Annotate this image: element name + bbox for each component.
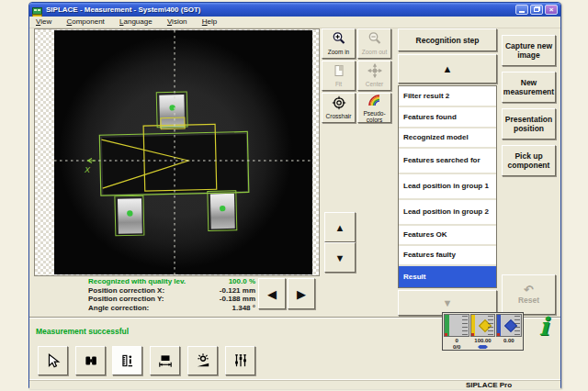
step-item-recognized-model[interactable]: Recognized model [399,128,496,149]
app-icon [32,5,42,15]
angle-row: Angle correction:1.348 ° [88,304,255,313]
correction-x-row: Position correction X:-0.121 mm [88,286,255,296]
fit-page-icon [332,63,346,82]
menu-view[interactable]: View [29,17,58,28]
window-title: SIPLACE - Measurement - System\400 (SOT) [46,6,201,14]
gauge-offset [496,314,522,337]
restore-button[interactable] [530,5,543,15]
menu-help[interactable]: Help [196,17,223,28]
pick-up-component-button[interactable]: Pick up component [502,145,556,176]
gauge-subvalues: 0/0 [444,344,522,351]
crosshair-target-icon [332,95,346,114]
measurement-results: Recognized with quality lev.100.0 % Posi… [88,277,255,312]
illumination-icon [195,352,211,369]
pseudo-colors-label: Pseudo-colors [358,111,390,123]
down-triangle-icon: ▼ [335,252,345,263]
crosshair-label: Crosshair [326,114,352,120]
correction-y-row: Position correction Y:-0.188 mm [88,295,255,304]
step-down-button[interactable]: ▼ [324,242,356,273]
next-result-button[interactable]: ▶ [288,278,315,309]
window-controls: × [515,5,558,15]
statusbar: SIPLACE Pro [29,379,560,389]
blue-bar [497,315,501,336]
restore-icon [534,7,539,12]
gauge-count [444,314,469,337]
app-window: SIPLACE - Measurement - System\400 (SOT)… [28,2,561,388]
pseudo-colors-button[interactable]: Pseudo-colors [357,93,391,123]
camera-image[interactable]: X [54,30,312,274]
component-width-tool-button[interactable] [150,346,180,375]
fit-button[interactable]: Fit [322,61,356,91]
menu-language[interactable]: Language [113,17,159,28]
step-list-up-button[interactable]: ▲ [398,54,497,84]
minimize-icon [519,11,525,13]
step-item-features-searched[interactable]: Features searched for [399,149,496,174]
zoom-out-icon [368,31,382,50]
recognition-step-header: Recognition step [398,28,497,51]
yellow-bar [471,315,475,336]
menu-vision[interactable]: Vision [161,17,194,28]
pointer-icon [45,352,62,369]
gauge-values: 0100.000.00 [444,337,522,344]
left-triangle-icon: ◀ [267,287,277,301]
titlebar[interactable]: SIPLACE - Measurement - System\400 (SOT)… [29,3,560,17]
capture-new-image-button[interactable]: Capture new image [502,35,556,66]
new-measurement-button[interactable]: New measurement [502,72,556,103]
crosshair-button[interactable]: Crosshair [322,93,356,123]
up-triangle-icon: ▲ [335,222,345,233]
center-arrows-icon [368,63,382,82]
down-triangle-icon: ▼ [443,297,453,308]
pointer-tool-button[interactable] [38,346,68,375]
close-button[interactable]: × [545,5,558,15]
illumination-tool-button[interactable] [187,346,218,375]
previous-result-button[interactable]: ◀ [258,278,286,309]
gauge-ticks [514,316,520,336]
info-icon[interactable]: i [532,312,556,349]
zoom-out-button[interactable]: Zoom out [357,28,391,59]
step-up-button[interactable]: ▲ [324,212,356,242]
step-item-result[interactable]: Result [399,266,496,287]
measure-info-icon [119,352,136,369]
step-item-lead-group-2[interactable]: Lead position in group 2 [399,200,496,226]
step-item-features-found[interactable]: Features found [399,107,496,128]
gauge-panel: 0100.000.00 0/0 [442,312,524,351]
component-width-icon [157,352,174,369]
menubar: View Component Language Vision Help [29,17,560,28]
reset-button[interactable]: ↶ Reset [502,274,556,315]
presentation-position-button[interactable]: Presentation position [502,108,556,140]
reset-label: Reset [518,296,539,305]
recognition-step-list: Filter result 2 Features found Recognize… [398,85,497,288]
zoom-in-label: Zoom in [328,50,349,56]
fit-label: Fit [335,82,342,88]
step-item-features-ok[interactable]: Features OK [399,226,496,246]
gauge-ticks [462,316,468,336]
zoom-in-button[interactable]: Zoom in [322,28,356,59]
adjust-sliders-icon [232,352,249,369]
gauge-ticks [488,316,493,336]
slider-mini-icon [478,345,488,349]
x-axis-arrow-icon [88,159,96,163]
x-axis-label: X [84,165,91,174]
image-viewer-panel: X [34,28,320,276]
close-icon: × [549,6,554,14]
step-item-filter-result[interactable]: Filter result 2 [399,86,496,107]
component-tool-button[interactable] [75,346,106,375]
step-item-features-faulty[interactable]: Features faulty [399,246,496,266]
step-item-lead-group-1[interactable]: Lead position in group 1 [399,174,496,200]
rainbow-icon [368,93,382,111]
gauge-quality [470,314,496,337]
statusbar-product-label: SIPLACE Pro [424,380,553,390]
center-button[interactable]: Center [357,61,391,91]
measurement-status-message: Measurement successful [36,327,129,336]
recognition-overlay: X [54,30,312,274]
zoom-out-label: Zoom out [362,50,387,56]
right-triangle-icon: ▶ [297,287,306,301]
measure-tool-button[interactable] [112,346,142,375]
component-icon [83,352,99,369]
menu-component[interactable]: Component [60,17,110,28]
minimize-button[interactable] [515,5,528,15]
adjust-sliders-tool-button[interactable] [225,346,255,375]
green-bar [445,315,449,336]
undo-icon: ↶ [524,285,534,296]
zoom-in-icon [332,31,346,50]
